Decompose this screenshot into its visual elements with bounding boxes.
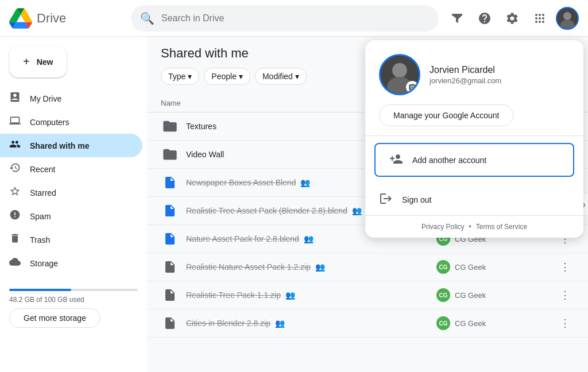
storage-bar-fill [9, 289, 71, 291]
new-plus-icon: + [23, 55, 30, 68]
filter-people-label: People [211, 72, 237, 81]
more-options-button[interactable]: ⋮ [556, 314, 574, 332]
sidebar-item-spam[interactable]: Spam [0, 204, 142, 228]
apps-icon [533, 11, 547, 25]
sidebar-item-label-trash: Trash [30, 235, 50, 245]
file-owner: CG CG Geek [436, 316, 551, 330]
blend-file-icon [161, 202, 179, 220]
sign-out-button[interactable]: Sign out [365, 184, 583, 215]
account-name: Jorvien Picardel [430, 65, 570, 75]
account-avatar-btn[interactable] [556, 7, 579, 30]
table-row[interactable]: Cities in Blender 2.8.zip 👥 CG CG Geek ⋮ [147, 309, 588, 338]
storage-section: 48.2 GB of 100 GB used Get more storage [0, 280, 147, 337]
shared-icon: 👥 [300, 178, 310, 187]
add-account-label: Add another account [412, 156, 486, 165]
blend-file-icon [161, 230, 179, 248]
file-name: Cities in Blender 2.8.zip 👥 [186, 319, 436, 328]
file-more: ⋮ [551, 286, 574, 304]
shared-icon: 👥 [275, 319, 285, 328]
shared-icon: 👥 [352, 206, 362, 215]
computers-icon [9, 115, 21, 129]
sidebar-item-starred[interactable]: Starred [0, 181, 142, 204]
terms-of-service-link[interactable]: Terms of Service [476, 223, 527, 231]
shared-with-me-icon [9, 138, 21, 153]
owner-avatar: CG [436, 288, 450, 302]
settings-icon-btn[interactable] [501, 7, 524, 30]
sidebar-item-label-starred: Starred [30, 188, 56, 197]
folder-icon [161, 145, 179, 164]
help-icon-btn[interactable] [473, 7, 496, 30]
more-options-button[interactable]: ⋮ [556, 258, 574, 276]
drive-logo-icon [9, 7, 32, 30]
sign-out-icon [379, 192, 393, 207]
file-owner: CG CG Geek [436, 288, 551, 302]
separator-dot: • [469, 223, 471, 231]
sidebar-item-shared-with-me[interactable]: Shared with me [0, 134, 142, 157]
file-owner: CG CG Geek [436, 260, 551, 274]
gear-icon [505, 11, 519, 25]
my-drive-icon [9, 91, 21, 106]
avatar-icon [557, 7, 578, 30]
add-person-icon [389, 152, 403, 168]
storage-text: 48.2 GB of 100 GB used [9, 296, 138, 304]
sidebar-item-trash[interactable]: Trash [0, 228, 142, 251]
table-row[interactable]: Realistic Nature Asset Pack 1.2.zip 👥 CG… [147, 253, 588, 281]
search-bar[interactable]: 🔍 [131, 5, 439, 32]
apps-icon-btn[interactable] [528, 7, 551, 30]
topbar: Drive 🔍 [0, 0, 588, 37]
filter-modified[interactable]: Modified ▾ [255, 68, 307, 85]
filter-icon [450, 11, 464, 25]
sign-out-label: Sign out [402, 195, 431, 204]
blend-file-icon [161, 173, 179, 192]
star-icon [9, 185, 21, 200]
get-more-storage-button[interactable]: Get more storage [9, 308, 100, 328]
filter-people[interactable]: People ▾ [204, 68, 250, 85]
chevron-down-icon-people: ▾ [239, 72, 243, 81]
account-info: Jorvien Picardel jorvien26@gmail.com [430, 65, 570, 85]
zip-file-icon [161, 286, 179, 304]
zip-file-icon [161, 258, 179, 276]
add-account-button[interactable]: Add another account [374, 143, 574, 177]
filter-type-label: Type [168, 72, 185, 81]
help-icon [478, 11, 492, 25]
shared-icon: 👥 [315, 262, 325, 272]
sidebar-item-my-drive[interactable]: My Drive [0, 87, 142, 110]
svg-point-4 [392, 63, 407, 78]
filter-icon-btn[interactable] [446, 7, 469, 30]
camera-icon [406, 81, 419, 94]
search-input[interactable] [161, 13, 430, 24]
shared-icon: 👥 [285, 290, 295, 300]
manage-google-account-button[interactable]: Manage your Google Account [379, 104, 513, 126]
folder-icon [161, 117, 179, 135]
sidebar-item-label-recent: Recent [30, 165, 55, 174]
recent-icon [9, 162, 21, 176]
zip-file-icon [161, 314, 179, 332]
account-header: Jorvien Picardel jorvien26@gmail.com [365, 40, 583, 104]
app-title: Drive [37, 11, 66, 26]
spam-icon [9, 209, 21, 223]
filter-type[interactable]: Type ▾ [161, 68, 199, 85]
account-avatar-large [379, 54, 420, 95]
privacy-policy-link[interactable]: Privacy Policy [421, 223, 465, 231]
logo-area: Drive [9, 7, 124, 30]
trash-icon [9, 232, 21, 247]
search-icon: 🔍 [140, 11, 154, 25]
sidebar: + New My Drive Computers Shared with me [0, 37, 147, 372]
more-options-button[interactable]: ⋮ [556, 286, 574, 304]
sidebar-item-computers[interactable]: Computers [0, 110, 142, 134]
account-dropdown: Jorvien Picardel jorvien26@gmail.com Man… [365, 40, 583, 238]
dropdown-footer: Privacy Policy • Terms of Service [365, 216, 583, 238]
sidebar-item-label-my-drive: My Drive [30, 94, 61, 103]
file-name: Realistic Tree Pack 1.1.zip 👥 [186, 290, 436, 300]
divider [365, 135, 583, 136]
sidebar-item-recent[interactable]: Recent [0, 157, 142, 181]
storage-bar-bg [9, 289, 138, 291]
new-button[interactable]: + New [9, 46, 67, 78]
chevron-down-icon-modified: ▾ [295, 72, 299, 81]
sidebar-item-label-computers: Computers [30, 118, 69, 127]
new-label: New [37, 57, 53, 67]
owner-avatar: CG [436, 316, 450, 330]
account-email: jorvien26@gmail.com [430, 76, 570, 85]
table-row[interactable]: Realistic Tree Pack 1.1.zip 👥 CG CG Geek… [147, 281, 588, 309]
sidebar-item-storage[interactable]: Storage [0, 251, 142, 275]
